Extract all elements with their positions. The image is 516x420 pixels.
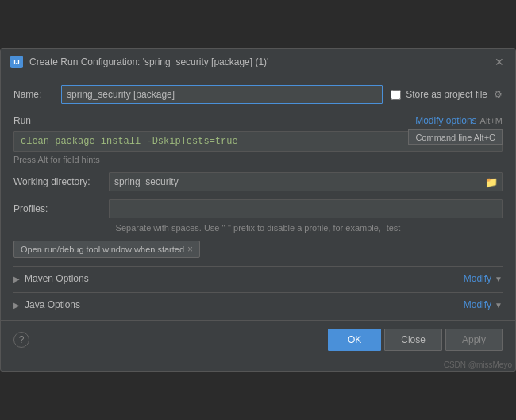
watermark: CSDN @missMeyo — [1, 359, 515, 371]
title-bar: IJ Create Run Configuration: 'spring_sec… — [1, 49, 515, 75]
store-project-label: Store as project file — [406, 89, 487, 100]
java-options-header[interactable]: ▶ Java Options Modify ▼ — [13, 299, 503, 310]
list-item: Open run/debug tool window when started … — [13, 241, 200, 258]
run-section-title: Run — [13, 115, 31, 126]
name-row: Name: Store as project file ⚙ — [13, 85, 503, 104]
dialog-container: IJ Create Run Configuration: 'spring_sec… — [0, 48, 516, 372]
cancel-button[interactable]: Close — [384, 329, 442, 351]
name-input[interactable] — [61, 85, 383, 104]
app-icon: IJ — [10, 56, 23, 68]
footer: ? OK Close Apply — [1, 320, 515, 359]
maven-options-section: ▶ Maven Options Modify ▼ — [13, 266, 503, 284]
java-options-section: ▶ Java Options Modify ▼ — [13, 292, 503, 310]
profiles-hint: Separate with spaces. Use "-" prefix to … — [13, 223, 503, 233]
maven-options-title: Maven Options — [25, 273, 89, 284]
profiles-row: Profiles: — [13, 199, 503, 218]
profiles-label: Profiles: — [13, 203, 101, 214]
java-modify-link[interactable]: Modify — [464, 299, 491, 310]
working-directory-input[interactable] — [109, 172, 503, 191]
dialog-title: Create Run Configuration: 'spring_securi… — [29, 56, 268, 67]
maven-options-left: ▶ Maven Options — [13, 273, 89, 284]
working-directory-row: Working directory: 📁 — [13, 172, 503, 191]
maven-modify-link[interactable]: Modify — [464, 273, 491, 284]
java-options-title: Java Options — [25, 299, 80, 310]
working-directory-browse-button[interactable]: 📁 — [483, 175, 499, 190]
help-button[interactable]: ? — [13, 332, 29, 348]
tag-close-button[interactable]: × — [187, 244, 193, 255]
java-chevron-icon: ▶ — [13, 301, 20, 310]
maven-chevron-icon: ▶ — [13, 275, 20, 283]
modify-options-link[interactable]: Modify options — [415, 115, 476, 126]
run-section: Run Modify options Alt+M Command line Al… — [13, 112, 503, 164]
dialog-content: Name: Store as project file ⚙ Run Modify… — [1, 75, 515, 320]
store-project-checkbox[interactable] — [391, 90, 401, 100]
title-bar-left: IJ Create Run Configuration: 'spring_sec… — [10, 56, 268, 68]
name-label: Name: — [13, 89, 53, 100]
working-directory-wrapper: 📁 — [109, 172, 503, 191]
gear-icon[interactable]: ⚙ — [494, 89, 503, 100]
maven-options-header[interactable]: ▶ Maven Options Modify ▼ — [13, 273, 503, 284]
java-dropdown-icon: ▼ — [495, 301, 503, 310]
store-project-row: Store as project file ⚙ — [391, 89, 503, 100]
close-button[interactable]: ✕ — [493, 56, 506, 68]
working-directory-label: Working directory: — [13, 176, 101, 187]
tag-label: Open run/debug tool window when started — [21, 245, 184, 254]
maven-options-right: Modify ▼ — [464, 273, 503, 284]
profiles-input[interactable] — [109, 199, 503, 218]
run-section-header: Run Modify options Alt+M Command line Al… — [13, 115, 503, 126]
maven-dropdown-icon: ▼ — [495, 275, 503, 283]
tags-row: Open run/debug tool window when started … — [13, 241, 503, 258]
apply-button[interactable]: Apply — [445, 329, 503, 351]
modify-options-area: Modify options Alt+M Command line Alt+C — [415, 115, 503, 126]
run-hint-text: Press Alt for field hints — [13, 155, 503, 164]
ok-button[interactable]: OK — [328, 329, 381, 351]
java-options-left: ▶ Java Options — [13, 299, 80, 310]
java-options-right: Modify ▼ — [464, 299, 503, 310]
footer-buttons: OK Close Apply — [328, 329, 503, 351]
tooltip-box: Command line Alt+C — [408, 129, 503, 145]
modify-options-shortcut: Alt+M — [480, 116, 503, 125]
